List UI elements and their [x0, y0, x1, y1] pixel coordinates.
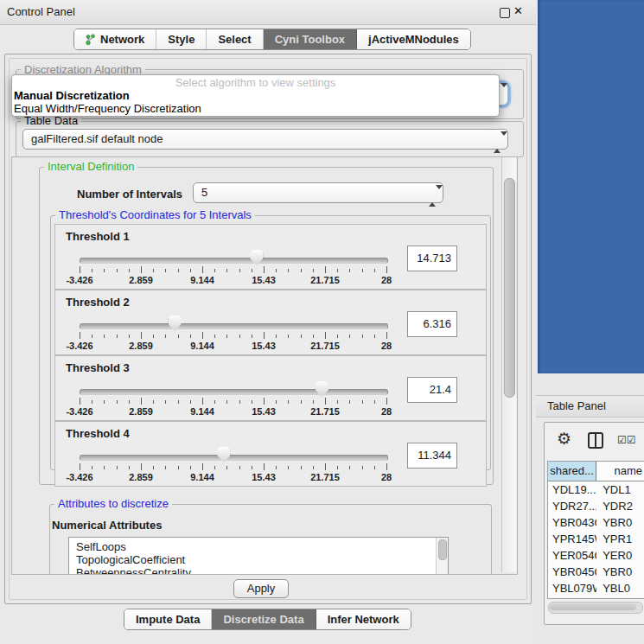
tick-mark	[349, 335, 350, 338]
tick-mark	[325, 398, 326, 405]
cell-name: YLR3	[596, 596, 644, 599]
tab-label: Style	[168, 29, 194, 49]
tick-mark	[374, 269, 375, 272]
tab-select[interactable]: Select	[207, 29, 263, 49]
close-icon[interactable]: ✕	[513, 4, 523, 17]
tick-mark	[80, 463, 80, 470]
tab-impute-data[interactable]: Impute Data	[124, 609, 212, 629]
table-row[interactable]: YDR27...YDR2	[548, 498, 644, 514]
tab-label: Select	[218, 29, 251, 49]
tick-mark	[252, 466, 252, 469]
tick-mark	[117, 400, 118, 404]
scale-label: 21.715	[310, 472, 340, 482]
checkbox-icons[interactable]: ☑☑	[617, 434, 636, 446]
tick-mark	[337, 269, 338, 272]
slider-scale-labels: -3.4262.8599.14415.4321.71528	[80, 341, 386, 351]
cell-shared-name: YDL19...	[548, 481, 596, 498]
tab-network[interactable]: Network	[74, 29, 156, 49]
attribute-list-item[interactable]: TopologicalCoefficient	[69, 553, 437, 566]
scale-label: 2.859	[129, 341, 153, 351]
scrollbar-thumb[interactable]	[504, 178, 515, 398]
tick-mark	[337, 466, 338, 469]
cell-shared-name: YBL079W	[548, 580, 596, 596]
tick-mark	[80, 398, 80, 405]
scale-label: 15.43	[252, 472, 276, 482]
threshold-rows: Threshold 1-3.4262.8599.14415.4321.71528…	[54, 224, 487, 485]
settings-scroll-area: Interval Definition Number of Intervals …	[11, 156, 518, 575]
node-table[interactable]: shared... name YDL19...YDL1YDR27...YDR2Y…	[547, 461, 644, 599]
column-header-name[interactable]: name	[596, 462, 644, 481]
bottom-tab-strip: Impute Data Discretize Data Infer Networ…	[124, 609, 411, 630]
tick-mark	[165, 400, 166, 404]
column-selector-icon[interactable]	[588, 432, 603, 449]
scale-label: 9.144	[190, 406, 214, 417]
tick-mark	[226, 335, 227, 338]
network-icon	[86, 34, 96, 46]
scale-label: 28	[381, 341, 392, 351]
slider-track[interactable]	[80, 323, 388, 329]
scrollbar-thumb[interactable]	[438, 539, 447, 560]
table-data-combobox[interactable]: galFiltered.sif default node	[22, 129, 508, 150]
tick-mark	[362, 269, 363, 272]
tab-cyni-toolbox[interactable]: Cyni Toolbox	[264, 29, 357, 49]
tick-mark	[104, 466, 105, 469]
cell-name: YBR0	[596, 514, 644, 531]
slider-track[interactable]	[80, 389, 388, 395]
number-of-intervals-spinner[interactable]: 5	[193, 182, 443, 203]
column-header-shared-name[interactable]: shared...	[548, 462, 596, 481]
attribute-list-item[interactable]: BetweennessCentrality	[69, 566, 437, 575]
tick-mark	[178, 335, 179, 338]
tick-mark	[313, 466, 314, 469]
table-row[interactable]: YBR045CYBR0	[548, 564, 644, 580]
apply-button[interactable]: Apply	[233, 579, 289, 598]
tick-mark	[264, 332, 265, 339]
gear-icon[interactable]: ⚙	[557, 429, 571, 449]
table-horizontal-scrollbar[interactable]	[548, 602, 643, 614]
dropdown-option-equal-width[interactable]: Equal Width/Frequency Discretization	[14, 102, 201, 115]
cell-shared-name: YER054C	[548, 547, 596, 564]
table-row[interactable]: YLR345WYLR3	[548, 596, 644, 599]
threshold-value-field[interactable]: 14.713	[407, 245, 457, 271]
threshold-label: Threshold 2	[66, 296, 130, 309]
table-row[interactable]: YBL079WYBL0	[548, 580, 644, 596]
thresholds-group-title: Threshold's Coordinates for 5 Intervals	[55, 209, 255, 221]
table-row[interactable]: YER054CYER0	[548, 547, 644, 564]
attribute-list-item[interactable]: SelfLoops	[69, 540, 437, 553]
tick-mark	[92, 400, 92, 404]
tick-mark	[141, 463, 142, 470]
tick-mark	[374, 400, 375, 404]
scrollbar-thumb[interactable]	[550, 603, 636, 610]
tick-mark	[337, 400, 338, 404]
tick-mark	[153, 269, 154, 272]
float-window-icon[interactable]	[500, 8, 510, 18]
numerical-attributes-list[interactable]: SelfLoopsTopologicalCoefficientBetweenne…	[68, 537, 449, 575]
tick-mark	[349, 400, 350, 404]
settings-vertical-scrollbar[interactable]	[501, 157, 516, 572]
tick-mark	[239, 466, 240, 469]
tick-mark	[165, 466, 166, 469]
threshold-value-field[interactable]: 11.344	[407, 443, 457, 469]
tab-discretize-data[interactable]: Discretize Data	[212, 609, 316, 629]
numerical-attributes-label: Numerical Attributes	[52, 519, 162, 532]
tick-mark	[178, 269, 179, 272]
threshold-value-field[interactable]: 6.316	[407, 311, 457, 337]
attributes-list-scrollbar[interactable]	[436, 538, 448, 575]
dropdown-option-manual-discretization[interactable]: Manual Discretization	[14, 89, 130, 102]
tick-mark	[117, 335, 118, 338]
tick-mark	[92, 335, 92, 338]
tab-infer-network[interactable]: Infer Network	[316, 609, 411, 629]
slider-track[interactable]	[80, 258, 388, 264]
scale-label: 15.43	[252, 275, 276, 285]
cell-shared-name: YPR145W	[548, 531, 596, 547]
scale-label: 28	[381, 406, 392, 417]
tab-style[interactable]: Style	[156, 29, 207, 49]
table-row[interactable]: YBR043CYBR0	[548, 514, 644, 531]
threshold-value-field[interactable]: 21.4	[407, 377, 457, 403]
tick-mark	[252, 335, 252, 338]
tick-mark	[301, 466, 302, 469]
tab-jactivemnodules[interactable]: jActiveMNodules	[357, 29, 470, 49]
table-row[interactable]: YPR145WYPR1	[548, 531, 644, 547]
slider-track[interactable]	[80, 455, 388, 461]
table-row[interactable]: YDL19...YDL1	[548, 481, 644, 498]
table-panel-title: Table Panel	[547, 399, 606, 412]
